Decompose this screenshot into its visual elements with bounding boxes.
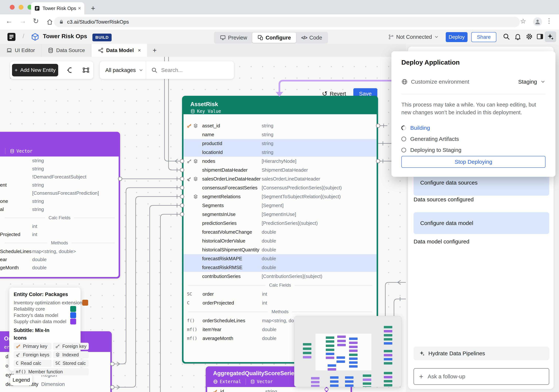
indexed-icon [193,123,198,128]
entity-field-row[interactable]: salesOrderLineDataHeadersalesOrderLineDa… [184,174,377,183]
ai-assistant-button[interactable] [545,31,556,42]
entity-field-row[interactable]: id string [207,387,351,392]
field-name: nodes [202,158,262,164]
entity-field-row[interactable]: string [0,165,119,173]
assistant-status-text: Data sources configured [414,196,474,203]
editor-tab-bar: UI EditorData SourceData Model×+ [0,44,406,57]
divider-label: Calc Fields [269,283,291,288]
entity-field-row[interactable]: alstring [0,205,119,213]
entity-field-row[interactable]: productIdstring [184,139,377,148]
legend-button[interactable]: Legend [10,375,32,385]
stop-deploying-button[interactable]: Stop Deploying [401,156,546,168]
chevron-down-icon [434,35,439,39]
entity-field-row[interactable]: asset_idstring [184,121,377,130]
field-name: historicalOrderValue [202,238,262,244]
deploy-button[interactable]: Deploy [446,32,467,42]
globe-icon [401,79,408,85]
entity-field-row[interactable]: geMonthdouble [0,264,119,272]
entity-field-row[interactable]: historicalOrderValuedouble [184,236,377,245]
section-divider: Calc Fields [184,281,377,290]
deploy-step-building: Building [401,122,546,134]
reload-icon[interactable]: ↻ [33,17,39,25]
back-icon[interactable]: ← [6,17,13,25]
view-tab-preview[interactable]: Preview [215,33,252,43]
entity-field-row[interactable]: historicalShipmentQuantitydouble [184,245,377,254]
entity-field-row[interactable]: consensusForecastSeries[ConsensusPredict… [184,183,377,192]
divider-line [188,312,268,312]
close-window-button[interactable] [10,5,15,9]
home-icon[interactable] [46,18,53,26]
tab-close-icon[interactable]: × [78,5,81,11]
entity-field-row[interactable]: forecastRiskRMSEdouble [184,263,377,272]
share-button[interactable]: Share [471,32,496,42]
entity-field-row[interactable]: Projectedint [0,230,119,239]
bookmark-icon[interactable]: ☆ [520,17,526,25]
forward-icon[interactable]: → [19,17,26,25]
connection-status-dropdown[interactable]: Not Connected [388,32,439,42]
entity-field-row[interactable]: !DemandForecastSubject [0,173,119,181]
entity-field-row[interactable]: segmentRelations[SegmentToSubjectRelatio… [184,192,377,201]
field-type: string [262,141,273,146]
tab-data-model[interactable]: Data Model× [92,44,147,57]
view-tab-configure[interactable]: Configure [252,33,296,43]
entity-field-row[interactable]: forecastVolumeChangedouble [184,228,377,236]
fit-selection-icon[interactable] [82,66,90,74]
entity-search-input[interactable]: Search... [151,61,183,79]
field-type: double [262,327,276,332]
hydrate-data-pipelines-button[interactable]: Hydrate Data Pipelines [414,347,549,360]
indexed-icon [193,177,198,181]
entity-field-row[interactable]: SCorderint [184,290,377,298]
notifications-icon[interactable] [514,33,522,40]
field-name: asset_id [202,123,262,129]
vector-entity[interactable]: Vector stringstring!DemandForecastSubjec… [0,132,120,278]
field-type: string [262,150,273,155]
entity-field-row[interactable]: [ConsensusForecastPrediction] [0,189,119,197]
entity-field-row[interactable]: int [0,222,119,230]
deploy-step-deploying-to-staging: Deploying to Staging [401,144,546,156]
entity-field-row[interactable]: onestring [0,197,119,205]
entity-field-row[interactable]: Segments[Segment] [184,201,377,210]
entity-field-row[interactable]: segmentsInUse[SegmentInUse] [184,210,377,219]
avatar[interactable] [533,17,542,26]
data-model-canvas[interactable]: + Add New Entity All packages Search... … [0,57,406,392]
field-type: string [265,389,277,392]
entity-field-row[interactable]: nodes[HierarchyNode] [184,157,377,166]
tab-ui-editor[interactable]: UI Editor [0,44,41,57]
c3-logo-icon[interactable] [7,32,16,42]
panel-toggle-icon[interactable] [536,33,544,40]
field-name: Segments [202,203,262,208]
browser-tab[interactable]: Tower Risk Ops × [31,2,84,14]
entity-field-row[interactable]: eardouble [0,255,119,264]
canvas-filter-bar: All packages Search... [100,61,234,79]
assistant-action-chip[interactable]: Configure data model [414,212,549,234]
tab-data-source[interactable]: Data Source [41,44,92,57]
minimap[interactable] [294,316,401,387]
entity-field-row[interactable]: forecastRiskMAPEdouble [184,254,377,263]
settings-gear-icon[interactable] [526,33,533,40]
entity-field-row[interactable]: entstring [0,181,119,189]
auto-layout-icon[interactable] [65,66,73,74]
view-tab-code[interactable]: </>Code [296,33,327,43]
legend-package-item: Inventory optimization extension [14,300,76,306]
entity-field-row[interactable]: predictionSeries[PredictionSeries](subje… [184,219,377,228]
new-tab-button[interactable]: + [91,5,95,11]
search-icon[interactable] [503,33,510,40]
url-bar[interactable]: c3.ai/Studio/TowerRiskOps [54,17,520,27]
entity-field-row[interactable]: string [0,157,119,165]
entity-field-row[interactable]: contributionSeries[ContributionSeries](s… [184,272,377,281]
environment-selector[interactable]: Customize environment Staging [401,79,546,85]
entity-field-row[interactable]: locationIdstring [184,148,377,157]
legend-glyph: SC [55,361,60,365]
follow-up-input[interactable]: + Ask a follow-up [414,368,549,385]
entity-field-row[interactable]: ScheduleLinesmap<string, double> [0,247,119,255]
entity-field-row[interactable]: namestring [184,130,377,139]
add-new-entity-button[interactable]: + Add New Entity [12,64,58,76]
entity-field-row[interactable]: CorderProjectedint [184,298,377,307]
entity-field-row[interactable]: shipmentDataHeaderShipmentDataHeader [184,166,377,174]
minimap-viewport[interactable] [316,334,372,370]
new-editor-tab-button[interactable]: + [147,44,162,57]
close-icon[interactable]: × [138,47,141,53]
minimize-window-button[interactable] [19,5,23,9]
package-filter-dropdown[interactable]: All packages [105,61,143,79]
browser-menu-icon[interactable]: ⋮ [546,17,552,25]
